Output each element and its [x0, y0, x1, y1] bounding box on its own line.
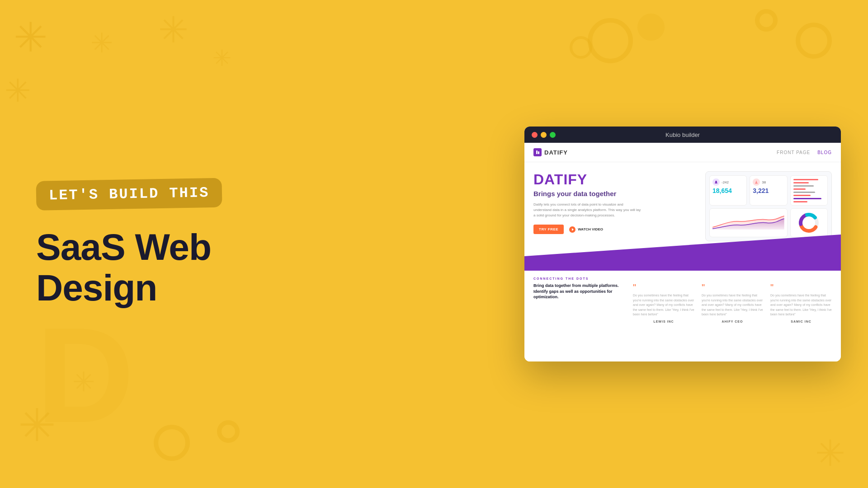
- play-icon: [569, 226, 576, 233]
- svg-rect-0: [536, 150, 538, 154]
- stat-number-users: -242: [722, 180, 729, 184]
- stat-icon-downloads: [753, 178, 760, 186]
- main-title: SaaS Web Design: [36, 227, 271, 308]
- hero-buttons: TRY FREE WATCH VIDEO: [533, 225, 696, 234]
- watch-video-button[interactable]: WATCH VIDEO: [569, 226, 603, 233]
- testimonial-1: Do you sometimes have the feeling that y…: [633, 283, 694, 323]
- stat-value-downloads: 3,221: [753, 187, 784, 194]
- badge-container: LET'S BUILD THIS: [36, 178, 222, 211]
- left-panel: LET'S BUILD THIS SaaS Web Design: [36, 179, 271, 308]
- testimonial-3-author: SAMIC INC: [770, 320, 832, 323]
- hero-section: DATIFY Brings your data together Datify …: [524, 162, 841, 271]
- hero-left: DATIFY Brings your data together Datify …: [533, 171, 705, 253]
- play-triangle: [572, 228, 574, 231]
- dash-card-users: -242 18,654: [709, 175, 747, 206]
- traffic-lights: [532, 132, 556, 138]
- watch-video-label: WATCH VIDEO: [578, 227, 603, 231]
- testimonial-2-author: AHIFY CEO: [702, 320, 763, 323]
- testimonial-3-quote: Do you sometimes have the feeling that y…: [770, 283, 832, 317]
- nav-blog[interactable]: BLOG: [817, 150, 832, 155]
- try-free-button[interactable]: TRY FREE: [533, 225, 564, 234]
- browser-title: Kubio builder: [665, 131, 700, 138]
- browser-titlebar: Kubio builder: [524, 127, 841, 143]
- traffic-light-yellow[interactable]: [541, 132, 547, 138]
- svg-rect-1: [538, 151, 539, 154]
- browser-window: Kubio builder DATIFY FRONT PAGE BLOG DAT…: [524, 127, 841, 361]
- dash-card-chart: [790, 175, 828, 206]
- stat-value-users: 18,654: [712, 187, 744, 194]
- dash-card-donut: [790, 208, 828, 237]
- traffic-light-red[interactable]: [532, 132, 538, 138]
- connecting-label: CONNECTING THE DOTS: [533, 277, 832, 280]
- site-bottom: CONNECTING THE DOTS Bring data together …: [524, 271, 841, 329]
- hero-tagline: Brings your data together: [533, 190, 696, 197]
- testimonial-1-author: LEWIS INC: [633, 320, 694, 323]
- site-nav-links: FRONT PAGE BLOG: [777, 150, 832, 155]
- logo-icon: [533, 148, 542, 156]
- nav-front-page[interactable]: FRONT PAGE: [777, 150, 810, 155]
- dash-card-area: [709, 208, 788, 237]
- badge-text: LET'S BUILD THIS: [49, 184, 210, 204]
- testimonial-2: Do you sometimes have the feeling that y…: [702, 283, 763, 323]
- logo-text: DATIFY: [544, 149, 568, 156]
- testimonials-heading: Bring data together from multiple platfo…: [533, 283, 626, 323]
- testimonial-2-quote: Do you sometimes have the feeling that y…: [702, 283, 763, 317]
- dash-card-downloads: 38 3,221: [750, 175, 787, 206]
- testimonials-grid: Bring data together from multiple platfo…: [533, 283, 832, 323]
- site-logo: DATIFY: [533, 148, 568, 156]
- dashboard-preview: -242 18,654 38 3,2: [705, 171, 832, 241]
- hero-description: Datify lets you connect lots of data poi…: [533, 202, 642, 218]
- stat-icon-users: [712, 178, 720, 186]
- traffic-light-green[interactable]: [550, 132, 556, 138]
- testimonial-1-quote: Do you sometimes have the feeling that y…: [633, 283, 694, 317]
- testimonial-3: Do you sometimes have the feeling that y…: [770, 283, 832, 323]
- hero-brand: DATIFY: [533, 171, 696, 188]
- site-content: DATIFY FRONT PAGE BLOG DATIFY Brings you…: [524, 143, 841, 361]
- stat-number-downloads: 38: [762, 180, 766, 184]
- site-navbar: DATIFY FRONT PAGE BLOG: [524, 143, 841, 162]
